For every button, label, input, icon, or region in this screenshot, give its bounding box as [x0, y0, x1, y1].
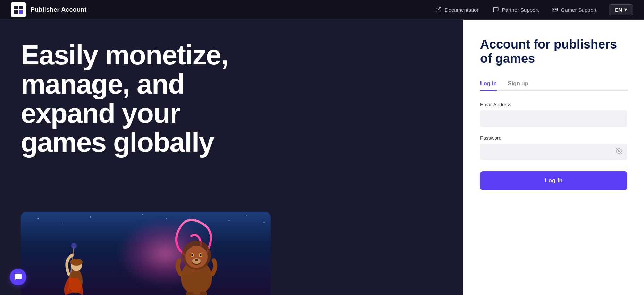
tab-login[interactable]: Log in [480, 77, 497, 91]
main-content: Easily monetize, manage, and expand your… [0, 20, 644, 295]
chevron-down-icon: ▾ [624, 7, 627, 13]
svg-rect-3 [19, 10, 23, 14]
email-input[interactable] [480, 110, 627, 127]
password-label: Password [480, 135, 627, 141]
svg-point-26 [38, 218, 39, 219]
header: Publisher Account Documentation Partner … [0, 0, 644, 20]
login-button[interactable]: Log in [480, 171, 627, 190]
svg-rect-1 [19, 6, 23, 9]
svg-point-31 [263, 222, 265, 223]
logo-box[interactable] [11, 2, 26, 17]
password-wrapper [480, 144, 627, 160]
header-nav: Documentation Partner Support Gamer Su [435, 4, 633, 15]
right-section: Account for publishers of games Log in S… [463, 20, 644, 295]
svg-point-29 [229, 220, 230, 221]
password-input[interactable] [480, 144, 627, 160]
gamepad-icon [551, 6, 558, 13]
svg-line-4 [438, 7, 441, 10]
header-left: Publisher Account [11, 2, 86, 17]
left-section: Easily monetize, manage, and expand your… [0, 20, 463, 295]
form-tabs: Log in Sign up [480, 77, 627, 91]
nav-partner-support[interactable]: Partner Support [492, 6, 539, 13]
svg-rect-2 [14, 10, 18, 14]
language-button[interactable]: EN ▾ [609, 4, 633, 15]
svg-point-33 [166, 218, 167, 219]
svg-point-27 [62, 224, 63, 224]
password-group: Password [480, 135, 627, 160]
svg-rect-0 [14, 6, 18, 9]
toggle-password-icon[interactable] [616, 147, 622, 156]
brand-name: Publisher Account [31, 6, 86, 14]
form-title: Account for publishers of games [480, 37, 627, 66]
documentation-label: Documentation [445, 7, 480, 13]
chat-icon [492, 6, 499, 13]
nav-gamer-support[interactable]: Gamer Support [551, 6, 597, 13]
tab-signup[interactable]: Sign up [508, 77, 528, 91]
svg-point-32 [142, 214, 143, 215]
nav-documentation[interactable]: Documentation [435, 6, 480, 13]
svg-point-30 [246, 215, 247, 216]
partner-support-label: Partner Support [502, 7, 539, 13]
chat-bubble-button[interactable] [10, 269, 26, 285]
external-link-icon [435, 6, 442, 13]
game-image [21, 212, 271, 295]
email-label: Email Address [480, 102, 627, 107]
hero-title: Easily monetize, manage, and expand your… [21, 41, 264, 157]
email-group: Email Address [480, 102, 627, 127]
gamer-support-label: Gamer Support [561, 7, 597, 13]
svg-point-9 [556, 10, 557, 10]
svg-point-28 [90, 216, 91, 218]
